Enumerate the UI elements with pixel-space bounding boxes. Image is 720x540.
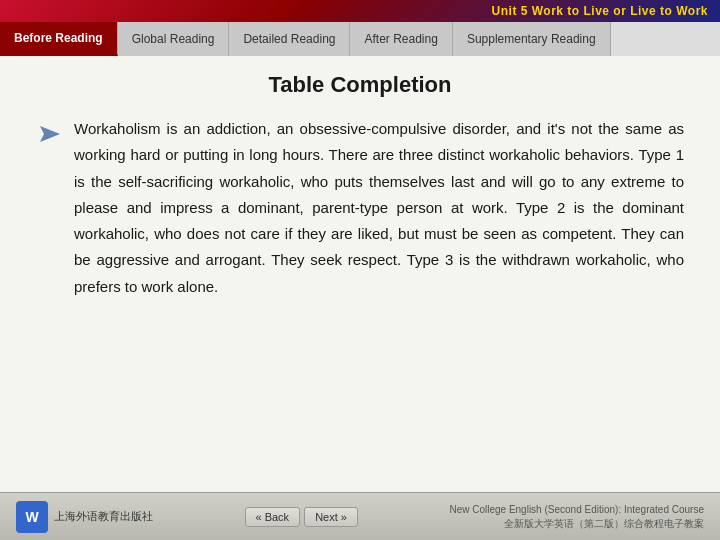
body-text: Workaholism is an addiction, an obsessiv… [74, 116, 684, 300]
next-button[interactable]: Next » [304, 507, 358, 527]
nav-item-before-reading[interactable]: Before Reading [0, 22, 118, 56]
content-area: Workaholism is an addiction, an obsessiv… [36, 116, 684, 300]
back-button[interactable]: « Back [245, 507, 301, 527]
publisher-name: 上海外语教育出版社 [54, 509, 153, 524]
nav-item-detailed-reading[interactable]: Detailed Reading [229, 22, 350, 56]
course-info: New College English (Second Edition): In… [449, 503, 704, 531]
arrow-icon [36, 120, 64, 148]
bullet-icon [36, 120, 64, 152]
svg-marker-0 [40, 126, 60, 142]
nav-item-after-reading[interactable]: After Reading [350, 22, 452, 56]
main-content: Table Completion Workaholism is an addic… [0, 56, 720, 492]
top-banner: Unit 5 Work to Live or Live to Work [0, 0, 720, 22]
nav-item-global-reading[interactable]: Global Reading [118, 22, 230, 56]
section-title: Table Completion [36, 72, 684, 98]
bottom-logo: W 上海外语教育出版社 [16, 501, 153, 533]
logo-icon: W [16, 501, 48, 533]
bottom-bar: W 上海外语教育出版社 « Back Next » New College En… [0, 492, 720, 540]
slide: Unit 5 Work to Live or Live to Work Befo… [0, 0, 720, 540]
nav-item-supplementary-reading[interactable]: Supplementary Reading [453, 22, 611, 56]
nav-bar: Before Reading Global Reading Detailed R… [0, 22, 720, 56]
bottom-nav-buttons: « Back Next » [245, 507, 358, 527]
unit-title: Unit 5 Work to Live or Live to Work [492, 4, 708, 18]
